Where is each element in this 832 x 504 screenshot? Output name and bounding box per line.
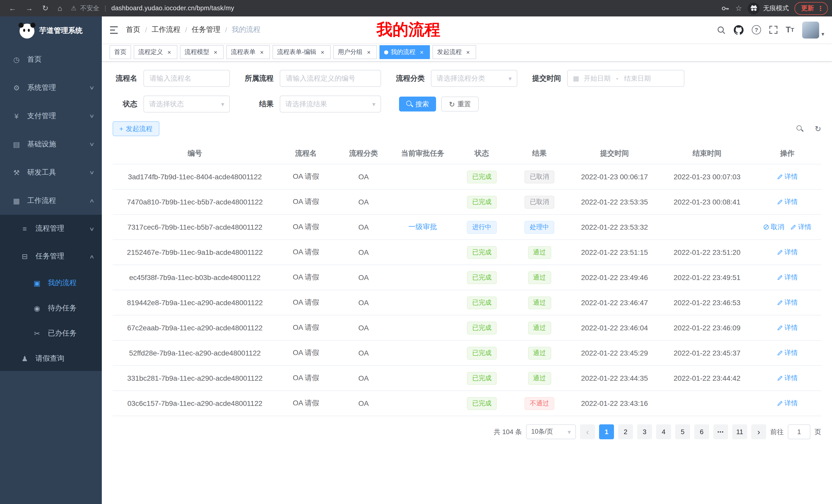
tab-item[interactable]: 流程表单-编辑×: [272, 45, 331, 59]
caret-down-icon: ▾: [568, 428, 571, 436]
breadcrumb-item[interactable]: 工作流程: [152, 25, 181, 34]
close-tab-icon[interactable]: ×: [319, 49, 326, 56]
detail-action[interactable]: 详情: [777, 273, 798, 282]
end-time: 2022-01-23 00:07:03: [674, 173, 740, 181]
submit-time: 2022-01-22 23:43:16: [581, 399, 648, 408]
close-tab-icon[interactable]: ×: [418, 49, 425, 56]
sidebar-item-process-mgmt[interactable]: ≡ 流程管理 ∨: [0, 215, 102, 243]
column-header-end-time: 结束时间: [661, 149, 753, 158]
forward-icon[interactable]: →: [25, 5, 33, 12]
browser-home-icon[interactable]: ⌂: [58, 5, 62, 12]
hamburger-menu-icon[interactable]: [102, 26, 126, 34]
filter-label-process-name: 流程名: [113, 74, 137, 83]
detail-action[interactable]: 详情: [777, 323, 798, 332]
result-tag: 通过: [528, 346, 551, 359]
fullscreen-icon[interactable]: [769, 26, 778, 34]
close-tab-icon[interactable]: ×: [365, 49, 372, 56]
submit-time: 2022-01-22 23:53:35: [581, 198, 648, 206]
bookmark-star-icon[interactable]: ☆: [735, 5, 742, 12]
reset-button[interactable]: ↻ 重置: [441, 96, 478, 111]
sidebar-item-task-mgmt[interactable]: ⊟ 任务管理 ∧: [0, 243, 102, 270]
user-menu[interactable]: ▾: [802, 21, 824, 38]
result-placeholder: 请选择流结果: [285, 100, 327, 109]
sidebar-item-devtools[interactable]: ⚒ 研发工具 ∨: [0, 158, 102, 187]
help-icon[interactable]: [752, 25, 761, 34]
process-name: OA 请假: [293, 273, 319, 282]
page-size-select[interactable]: 10条/页 ▾: [526, 424, 576, 439]
table-row: 7470a810-7b9b-11ec-b5b7-acde48001122 OA …: [113, 190, 821, 215]
sidebar-item-home[interactable]: ◷ 首页: [0, 45, 102, 74]
page-button[interactable]: 6: [694, 424, 709, 439]
sidebar-item-my-process[interactable]: ▣ 我的流程: [0, 270, 102, 296]
screen: ← → ↻ ⌂ ⚠ 不安全 | dashboard.yudao.iocoder.…: [0, 0, 832, 504]
current-task-link[interactable]: 一级审批: [408, 222, 437, 232]
close-tab-icon[interactable]: ×: [165, 49, 173, 56]
address-bar[interactable]: ⚠ 不安全 | dashboard.yudao.iocoder.cn/bpm/t…: [71, 4, 716, 12]
category-select[interactable]: 请选择流程分类 ▾: [431, 70, 517, 87]
close-tab-icon[interactable]: ×: [464, 49, 471, 56]
process-category: OA: [358, 173, 369, 181]
result-tag: 通过: [528, 372, 551, 385]
create-process-button[interactable]: + 发起流程: [113, 121, 159, 136]
next-page-button[interactable]: ›: [751, 424, 766, 439]
close-tab-icon[interactable]: ×: [258, 49, 265, 56]
github-icon[interactable]: [734, 25, 744, 35]
sidebar-item-infrastructure[interactable]: ▤ 基础设施 ∨: [0, 130, 102, 158]
table-refresh-icon[interactable]: ↻: [815, 124, 821, 133]
result-select[interactable]: 请选择流结果 ▾: [280, 95, 381, 113]
tab-item[interactable]: 流程模型×: [180, 45, 224, 59]
page-button[interactable]: 1: [599, 424, 614, 439]
sidebar-item-workflow[interactable]: ▦ 工作流程 ∧: [0, 187, 102, 215]
page-button[interactable]: 5: [675, 424, 690, 439]
browser-menu-icon[interactable]: ⋮: [817, 5, 824, 11]
detail-action[interactable]: 详情: [777, 248, 798, 257]
process-name-input[interactable]: [144, 70, 230, 87]
prev-page-button[interactable]: ‹: [580, 424, 595, 439]
status-select[interactable]: 请选择状态 ▾: [144, 95, 230, 113]
search-icon[interactable]: [717, 25, 726, 34]
detail-action[interactable]: 详情: [777, 399, 798, 408]
page-button[interactable]: 2: [618, 424, 633, 439]
detail-action[interactable]: 详情: [777, 172, 798, 181]
password-key-icon[interactable]: [721, 4, 730, 12]
goto-page-input[interactable]: [788, 424, 810, 439]
pager-ellipsis[interactable]: •••: [713, 424, 728, 439]
detail-action[interactable]: 详情: [777, 298, 798, 307]
workflow-icon: ▦: [11, 197, 22, 205]
tab-item[interactable]: 首页: [109, 45, 131, 59]
update-button[interactable]: 更新 ⋮: [795, 2, 828, 15]
page-button[interactable]: 3: [637, 424, 652, 439]
search-button[interactable]: 搜索: [399, 96, 436, 111]
process-def-input[interactable]: [280, 70, 381, 87]
detail-action[interactable]: 详情: [777, 348, 798, 358]
page-button[interactable]: 4: [656, 424, 671, 439]
sidebar-item-leave-query[interactable]: ♟ 请假查询: [0, 346, 102, 371]
calendar-icon: ▦: [573, 75, 579, 82]
tab-item[interactable]: 发起流程×: [433, 45, 476, 59]
reload-icon[interactable]: ↻: [42, 5, 48, 12]
page-button[interactable]: 11: [732, 424, 747, 439]
close-tab-icon[interactable]: ×: [212, 49, 219, 56]
font-size-icon[interactable]: [786, 25, 794, 34]
back-icon[interactable]: ←: [9, 5, 16, 12]
column-header-result: 结果: [511, 149, 568, 158]
tab-item[interactable]: 我的流程×: [380, 45, 430, 59]
tab-item[interactable]: 用户分组×: [333, 45, 377, 59]
detail-action[interactable]: 详情: [777, 197, 798, 206]
annotation-title: 我的流程: [377, 19, 440, 40]
sidebar-item-todo-tasks[interactable]: ◉ 待办任务: [0, 296, 102, 320]
sidebar-item-done-tasks[interactable]: ✂ 已办任务: [0, 320, 102, 346]
cancel-action[interactable]: 取消: [763, 222, 784, 232]
breadcrumb-item[interactable]: 首页: [126, 25, 140, 34]
detail-action[interactable]: 详情: [790, 222, 811, 232]
sidebar-item-system[interactable]: ⚙ 系统管理 ∨: [0, 74, 102, 102]
search-toggle-icon[interactable]: [797, 125, 803, 132]
breadcrumb-item[interactable]: 任务管理: [192, 25, 220, 34]
sidebar-item-payment[interactable]: ¥ 支付管理 ∨: [0, 102, 102, 130]
tab-item[interactable]: 流程定义×: [134, 45, 177, 59]
detail-action[interactable]: 详情: [777, 373, 798, 383]
tab-item[interactable]: 流程表单×: [226, 45, 270, 59]
status-tag: 已完成: [467, 246, 497, 259]
app-logo[interactable]: 芋道管理系统: [0, 17, 102, 45]
submit-time-range-picker[interactable]: ▦ 开始日期 - 结束日期: [567, 70, 684, 87]
